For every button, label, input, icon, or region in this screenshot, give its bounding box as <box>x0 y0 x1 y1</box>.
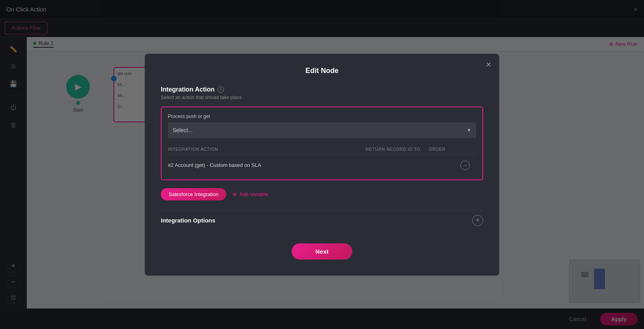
next-button[interactable]: Next <box>292 243 352 260</box>
add-variable-label: Add Variable <box>239 191 268 197</box>
salesforce-integration-button[interactable]: Salesforce Integration <box>161 188 226 200</box>
row-action-name: #2 Account (get) - Custom based on SLA <box>168 162 366 168</box>
edit-node-modal: × Edit Node Integration Action i Select … <box>145 54 499 276</box>
btn-row: Salesforce Integration ⊕ Add Variable <box>161 188 483 200</box>
select-arrow-icon: ▼ <box>467 127 471 133</box>
modal-footer: Next <box>161 234 483 260</box>
integration-options-title: Integration Options <box>161 217 215 224</box>
process-select-dropdown[interactable]: Select... ▼ <box>168 122 476 138</box>
integration-action-title: Integration Action i <box>161 86 483 93</box>
col-order: ORDER <box>429 147 460 151</box>
modal-close-button[interactable]: × <box>486 60 491 69</box>
row-remove: − <box>460 161 476 170</box>
add-variable-button[interactable]: ⊕ Add Variable <box>233 191 268 197</box>
table-header: INTEGRATION ACTION RETURN RECORD ID TO O… <box>168 144 476 154</box>
col-action: INTEGRATION ACTION <box>168 147 366 151</box>
integration-options-add-button[interactable]: + <box>472 215 483 226</box>
remove-row-button[interactable]: − <box>460 161 470 170</box>
pink-section: Process push or get Select... ▼ INTEGRAT… <box>161 107 483 180</box>
push-get-label: Process push or get <box>168 114 476 119</box>
action-table: INTEGRATION ACTION RETURN RECORD ID TO O… <box>168 144 476 173</box>
integration-options-row: Integration Options + <box>161 210 483 231</box>
col-return-id: RETURN RECORD ID TO <box>366 147 429 151</box>
info-icon: i <box>218 86 224 93</box>
select-placeholder: Select... <box>173 127 193 133</box>
add-variable-plus-icon: ⊕ <box>233 191 237 197</box>
modal-title: Edit Node <box>161 67 483 75</box>
table-row: #2 Account (get) - Custom based on SLA − <box>168 157 476 173</box>
modal-overlay: × Edit Node Integration Action i Select … <box>0 0 644 329</box>
col-actions <box>460 147 476 151</box>
integration-action-subtitle: Select an action that should take place <box>161 95 483 100</box>
